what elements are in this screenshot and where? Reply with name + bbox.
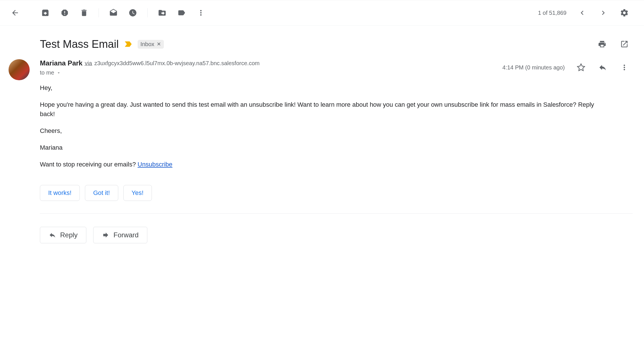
- settings-button[interactable]: [616, 5, 633, 21]
- sender-name: Mariana Park: [40, 59, 82, 67]
- arrow-back-icon: [11, 9, 19, 17]
- reply-button[interactable]: Reply: [40, 227, 86, 243]
- pagination-text: 1 of 51,869: [538, 10, 566, 16]
- sender-block: Mariana Park via z3uxfgcyx3dd5ww6.l5ul7m…: [9, 59, 633, 80]
- content: Test Mass Email Inbox ✕ Mariana Park via: [0, 26, 644, 255]
- toolbar-left: [7, 5, 209, 21]
- print-button[interactable]: [594, 36, 610, 52]
- star-outline-icon: [577, 63, 585, 72]
- labels-button[interactable]: [173, 5, 190, 21]
- unsubscribe-prefix: Want to stop receiving our emails?: [40, 161, 138, 168]
- mail-unread-icon: [109, 9, 118, 17]
- forward-icon: [102, 231, 109, 239]
- reply-icon-button[interactable]: [594, 59, 611, 76]
- report-spam-icon: [60, 9, 69, 17]
- smart-reply-1[interactable]: It works!: [40, 185, 80, 201]
- print-icon: [598, 40, 606, 48]
- subject-right: [594, 36, 633, 52]
- caret-down-icon: [56, 71, 61, 75]
- forward-button[interactable]: Forward: [93, 227, 147, 243]
- smart-reply-2[interactable]: Got it!: [85, 185, 118, 201]
- next-button[interactable]: [595, 5, 612, 21]
- body-closing: Cheers,: [40, 126, 598, 135]
- email-body: Hey, Hope you're having a great day. Jus…: [40, 83, 598, 169]
- move-to-button[interactable]: [154, 5, 170, 21]
- reply-icon: [49, 231, 56, 239]
- timestamp: 4:14 PM (0 minutes ago): [502, 64, 565, 71]
- back-button[interactable]: [7, 5, 23, 21]
- move-to-icon: [158, 9, 166, 17]
- body-unsubscribe-line: Want to stop receiving our emails? Unsub…: [40, 160, 598, 169]
- toolbar: 1 of 51,869: [0, 0, 644, 26]
- body-greeting: Hey,: [40, 83, 598, 92]
- to-label: to me: [40, 69, 54, 76]
- chevron-right-icon: [599, 9, 608, 17]
- sender-actions: 4:14 PM (0 minutes ago): [502, 59, 633, 76]
- via-domain: z3uxfgcyx3dd5ww6.l5ul7mx.0b-wvjseay.na57…: [94, 60, 260, 67]
- open-new-window-button[interactable]: [616, 36, 633, 52]
- divider: [147, 8, 148, 17]
- details-caret[interactable]: [56, 71, 61, 75]
- avatar[interactable]: [9, 59, 30, 80]
- subject-text: Test Mass Email: [40, 38, 119, 50]
- chevron-left-icon: [578, 9, 586, 17]
- star-button[interactable]: [573, 59, 589, 76]
- more-vert-icon: [620, 63, 629, 72]
- sender-meta: Mariana Park via z3uxfgcyx3dd5ww6.l5ul7m…: [40, 59, 502, 76]
- gear-icon: [620, 8, 629, 17]
- sender-more-button[interactable]: [616, 59, 633, 76]
- smart-replies: It works! Got it! Yes!: [40, 185, 633, 201]
- archive-icon: [41, 9, 50, 17]
- subject-left: Test Mass Email Inbox ✕: [40, 38, 164, 50]
- clock-icon: [129, 9, 137, 17]
- reply-label: Reply: [60, 231, 78, 239]
- label-chip-text: Inbox: [140, 41, 154, 48]
- smart-reply-3[interactable]: Yes!: [123, 185, 152, 201]
- subject-row: Test Mass Email Inbox ✕: [40, 32, 633, 59]
- sender-line2[interactable]: to me: [40, 69, 502, 76]
- divider: [99, 8, 99, 17]
- label-chip-inbox[interactable]: Inbox ✕: [138, 40, 164, 49]
- more-vert-icon: [197, 9, 205, 17]
- sender-line1: Mariana Park via z3uxfgcyx3dd5ww6.l5ul7m…: [40, 59, 502, 67]
- label-icon: [177, 9, 186, 17]
- snooze-button[interactable]: [125, 5, 141, 21]
- body-p1: Hope you're having a great day. Just wan…: [40, 100, 598, 119]
- importance-marker[interactable]: [124, 41, 133, 48]
- action-buttons: Reply Forward: [40, 227, 633, 243]
- delete-button[interactable]: [76, 5, 92, 21]
- toolbar-right: 1 of 51,869: [538, 5, 633, 21]
- mark-unread-button[interactable]: [105, 5, 122, 21]
- via-label: via: [85, 60, 92, 67]
- separator: [40, 213, 633, 214]
- open-external-icon: [620, 40, 629, 48]
- unsubscribe-link[interactable]: Unsubscribe: [138, 161, 172, 168]
- archive-button[interactable]: [37, 5, 54, 21]
- body-signature: Mariana: [40, 143, 598, 152]
- forward-label: Forward: [113, 231, 138, 239]
- report-spam-button[interactable]: [56, 5, 73, 21]
- importance-icon: [124, 41, 133, 48]
- trash-icon: [80, 9, 88, 17]
- more-button[interactable]: [193, 5, 209, 21]
- label-remove-button[interactable]: ✕: [157, 41, 161, 47]
- prev-button[interactable]: [574, 5, 590, 21]
- reply-icon: [598, 63, 607, 72]
